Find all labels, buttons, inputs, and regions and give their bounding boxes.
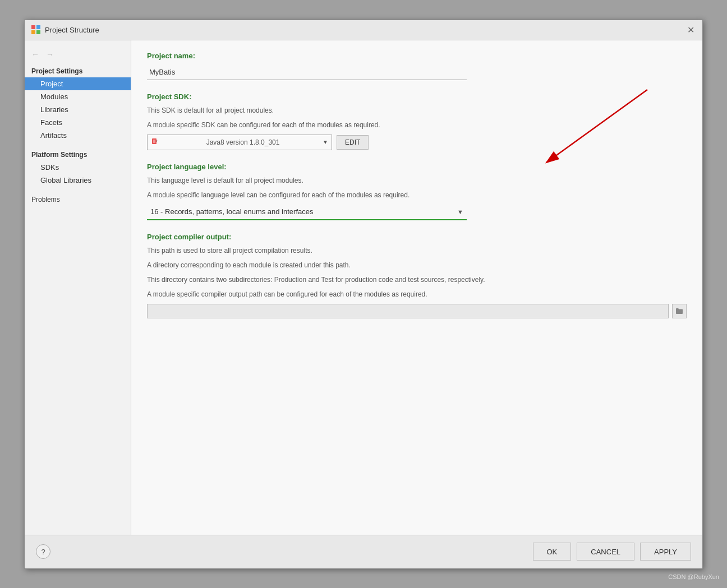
svg-rect-5	[153, 140, 155, 143]
project-language-section: Project language level: This language le…	[147, 163, 687, 220]
sdk-edit-button[interactable]: EDIT	[337, 135, 369, 150]
platform-settings-header: Platform Settings	[25, 147, 131, 161]
back-button[interactable]: ←	[29, 48, 42, 61]
compiler-output-row	[147, 304, 687, 318]
bottom-right: OK CANCEL APPLY	[533, 543, 692, 561]
dialog-title: Project Structure	[45, 26, 99, 34]
content-area: Project name: Project SDK: This SDK is d…	[131, 40, 702, 535]
project-name-label: Project name:	[147, 52, 687, 60]
compiler-desc2: A directory corresponding to each module…	[147, 260, 687, 270]
compiler-output-input[interactable]	[147, 304, 669, 318]
close-button[interactable]: ✕	[685, 25, 696, 35]
apply-button[interactable]: APPLY	[640, 543, 691, 561]
folder-browse-button[interactable]	[672, 304, 687, 318]
compiler-desc3: This directory contains two subdirectori…	[147, 275, 687, 285]
svg-rect-3	[36, 30, 40, 34]
bottom-bar: ? OK CANCEL APPLY	[25, 535, 702, 568]
main-area: ← → Project Settings Project Modules Lib…	[25, 40, 702, 535]
compiler-output-label: Project compiler output:	[147, 233, 687, 241]
language-level-label: Project language level:	[147, 163, 687, 171]
cancel-button[interactable]: CANCEL	[577, 543, 634, 561]
help-button[interactable]: ?	[36, 544, 50, 559]
project-name-input[interactable]	[147, 64, 467, 80]
language-dropdown-arrow-icon: ▼	[457, 209, 463, 215]
svg-rect-0	[31, 25, 35, 29]
sidebar: ← → Project Settings Project Modules Lib…	[25, 40, 131, 535]
nav-toolbar: ← →	[25, 45, 131, 64]
lang-desc1: This language level is default for all p…	[147, 175, 687, 186]
sdk-desc2: A module specific SDK can be configured …	[147, 120, 687, 130]
forward-button[interactable]: →	[44, 48, 56, 61]
bottom-left: ?	[36, 544, 50, 559]
app-icon	[31, 25, 40, 34]
ok-button[interactable]: OK	[533, 543, 572, 561]
sdk-dropdown[interactable]: Java8 version 1.8.0_301 ▼	[147, 135, 332, 150]
sidebar-item-project[interactable]: Project	[25, 77, 131, 90]
compiler-desc1: This path is used to store all project c…	[147, 246, 687, 256]
problems-header: Problems	[25, 192, 131, 206]
titlebar: Project Structure ✕	[25, 20, 702, 40]
svg-rect-2	[31, 30, 35, 34]
sidebar-item-global-libraries[interactable]: Global Libraries	[25, 174, 131, 187]
svg-rect-1	[36, 25, 40, 29]
sidebar-item-modules[interactable]: Modules	[25, 90, 131, 103]
titlebar-left: Project Structure	[31, 25, 99, 34]
lang-desc2: A module specific language level can be …	[147, 190, 687, 200]
project-structure-dialog: Project Structure ✕ ← → Project Settings…	[24, 20, 703, 569]
project-sdk-label: Project SDK:	[147, 92, 687, 101]
sdk-value: Java8 version 1.8.0_301	[206, 138, 280, 146]
language-level-dropdown[interactable]: 16 - Records, patterns, local enums and …	[147, 205, 467, 220]
sidebar-item-sdks[interactable]: SDKs	[25, 161, 131, 174]
sdk-desc1: This SDK is default for all project modu…	[147, 105, 687, 115]
watermark: CSDN @RubyXun	[668, 573, 719, 580]
compiler-desc4: A module specific compiler output path c…	[147, 289, 687, 299]
folder-icon	[675, 308, 683, 314]
project-settings-header: Project Settings	[25, 64, 131, 77]
language-level-value: 16 - Records, patterns, local enums and …	[150, 207, 313, 216]
sdk-dropdown-arrow-icon: ▼	[323, 139, 328, 145]
project-name-section: Project name:	[147, 52, 687, 80]
sidebar-item-libraries[interactable]: Libraries	[25, 103, 131, 116]
project-sdk-section: Project SDK: This SDK is default for all…	[147, 92, 687, 150]
sdk-row: Java8 version 1.8.0_301 ▼ EDIT	[147, 135, 687, 150]
compiler-output-section: Project compiler output: This path is us…	[147, 233, 687, 318]
sdk-icon	[151, 137, 160, 147]
sidebar-item-facets[interactable]: Facets	[25, 116, 131, 129]
sidebar-item-artifacts[interactable]: Artifacts	[25, 129, 131, 142]
